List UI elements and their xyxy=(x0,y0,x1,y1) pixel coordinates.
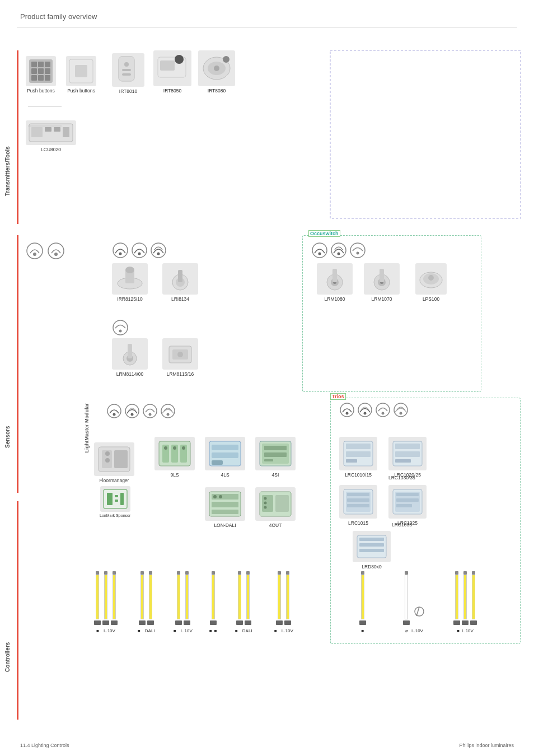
svg-rect-24 xyxy=(31,127,43,137)
svg-rect-5 xyxy=(38,68,44,74)
lps100-icon xyxy=(418,265,444,292)
svg-rect-93 xyxy=(115,500,118,502)
svg-rect-118 xyxy=(262,495,273,512)
sensor-icon-1 xyxy=(26,242,44,260)
lrc1015-icon xyxy=(341,487,375,516)
sensor-icons-mid xyxy=(112,242,167,259)
svg-rect-49 xyxy=(178,270,182,282)
svg-point-46 xyxy=(125,267,134,273)
svg-point-60 xyxy=(428,275,434,281)
svg-rect-125 xyxy=(346,451,371,457)
svg-rect-57 xyxy=(380,269,384,282)
lightmaster-label: LightMaster Modular xyxy=(84,403,90,453)
footer-left: 11.4 Lighting Controls xyxy=(20,741,69,748)
svg-rect-139 xyxy=(396,498,419,502)
svg-rect-109 xyxy=(264,452,287,457)
svg-rect-91 xyxy=(107,493,113,505)
svg-point-76 xyxy=(167,413,170,416)
lum-group-8: ⌀ I..10V xyxy=(403,571,425,633)
svg-point-41 xyxy=(338,253,340,255)
lum-label-8: I..10V xyxy=(411,628,423,633)
4ls: 4LS xyxy=(205,437,245,478)
svg-rect-9 xyxy=(45,75,50,81)
svg-point-62 xyxy=(119,330,122,333)
lrd80x0-icon xyxy=(355,533,388,560)
lonmark-sponsor: LonMark Sponsor xyxy=(100,486,130,517)
lcu8020-icon xyxy=(28,123,74,143)
lm-icon-3 xyxy=(142,403,158,419)
svg-rect-126 xyxy=(346,459,357,463)
svg-rect-25 xyxy=(45,127,51,132)
svg-rect-53 xyxy=(332,269,337,282)
svg-point-78 xyxy=(346,412,349,415)
trios-icon-4 xyxy=(393,402,409,418)
svg-point-88 xyxy=(105,451,110,456)
4out-icon xyxy=(257,489,293,519)
svg-point-70 xyxy=(113,413,116,416)
svg-point-35 xyxy=(138,253,141,255)
floormanager-icon xyxy=(96,445,132,474)
lm-icon-4 xyxy=(160,403,176,419)
svg-rect-8 xyxy=(38,75,44,81)
irt8050-icon xyxy=(156,53,189,84)
occuswitch-label: Occuswitch xyxy=(308,230,340,237)
svg-rect-7 xyxy=(31,75,37,81)
lrc1015: LRC1015 xyxy=(339,485,377,526)
lrc1020-25: LRC1020/25 xyxy=(388,437,427,478)
lum-symbol-9: ■ xyxy=(457,628,460,633)
svg-rect-105 xyxy=(212,460,223,465)
lum-label-1: I..10V xyxy=(104,628,115,633)
lrc1025: LRC1025 xyxy=(388,485,427,526)
svg-point-120 xyxy=(264,497,267,500)
svg-rect-144 xyxy=(359,549,384,552)
4si: 4SI xyxy=(255,437,296,478)
lrm1070: LRM1070 xyxy=(364,263,400,302)
svg-rect-26 xyxy=(54,127,60,132)
svg-rect-6 xyxy=(45,68,50,74)
svg-point-29 xyxy=(33,253,36,256)
lri8134: LRI8134 xyxy=(162,263,198,302)
svg-rect-1 xyxy=(31,62,37,67)
lum-label-6: I..10V xyxy=(282,628,293,633)
lum-label-9: I..10V xyxy=(462,628,474,633)
svg-point-22 xyxy=(223,56,229,63)
lrm8114-icon xyxy=(114,340,146,367)
lum-symbol-4: ■ xyxy=(209,628,212,633)
lum-label-3: I..10V xyxy=(181,628,193,633)
sensor-icon-4 xyxy=(131,242,148,259)
4out: 4OUT xyxy=(255,487,296,528)
push-btn-grid-icon xyxy=(28,58,54,84)
9ls: 9LS xyxy=(154,437,195,478)
lrc1035-label: LRC1035 xyxy=(392,522,412,528)
svg-rect-119 xyxy=(275,495,289,512)
occ-icon-3 xyxy=(349,242,366,259)
lum-symbol-7: ■ xyxy=(362,628,364,633)
svg-rect-108 xyxy=(264,446,287,450)
sensor-icon-3 xyxy=(112,242,129,259)
label-controllers: Controllers xyxy=(4,549,11,672)
red-bar-transmitters xyxy=(17,50,18,224)
page-wrap: Product family overview Transmitters/Too… xyxy=(0,0,534,756)
lum-label-2: DALI xyxy=(145,628,155,633)
lrc1010-15: LRC1010/15 xyxy=(339,437,377,478)
lum-symbol-5: ■ xyxy=(235,628,238,633)
svg-point-101 xyxy=(182,446,185,450)
lum-group-6: ■ I..10V xyxy=(274,571,293,633)
lon-dali-icon xyxy=(207,489,243,519)
sensor-icon-2 xyxy=(47,242,65,260)
lum-group-3: ■ I..10V xyxy=(174,571,193,633)
irt8050: IRT8050 xyxy=(153,50,191,94)
occuswitch-icons xyxy=(311,242,366,259)
svg-point-36 xyxy=(151,243,166,258)
irt8010-icon xyxy=(114,55,142,85)
push-btn-white-icon xyxy=(68,58,94,84)
svg-rect-124 xyxy=(346,444,371,449)
svg-point-74 xyxy=(149,413,152,416)
lrm8115: LRM8115/16 xyxy=(162,338,198,377)
floormanager: Floormanager xyxy=(94,442,134,483)
trios-icon-3 xyxy=(375,402,391,418)
lrc1010-icon xyxy=(341,439,375,468)
irt8080: IRT8080 xyxy=(198,50,235,94)
lum-group-9: ■ I..10V xyxy=(453,571,477,633)
svg-point-40 xyxy=(331,243,346,258)
